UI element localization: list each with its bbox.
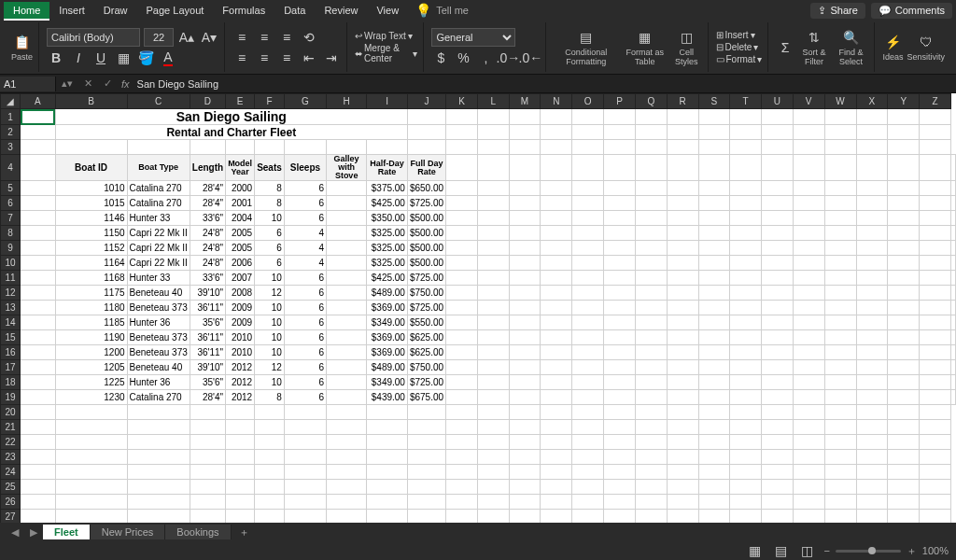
cell[interactable]: $325.00 <box>367 226 408 241</box>
align-center-icon[interactable]: ≡ <box>255 49 274 67</box>
cell[interactable] <box>762 109 794 125</box>
row-header-11[interactable]: 11 <box>1 271 21 286</box>
cell[interactable] <box>604 140 636 155</box>
conditional-formatting-button[interactable]: ▤Conditional Formatting <box>554 28 618 66</box>
cell[interactable]: 6 <box>284 330 326 345</box>
cell[interactable] <box>541 420 572 435</box>
cell[interactable]: 4 <box>284 241 326 256</box>
cell[interactable] <box>55 140 127 155</box>
cell[interactable]: 6 <box>255 256 285 271</box>
cell[interactable]: 2010 <box>226 330 255 345</box>
cell[interactable] <box>327 286 367 301</box>
cell[interactable] <box>21 510 55 524</box>
cell[interactable] <box>824 435 856 450</box>
cell[interactable] <box>888 495 920 510</box>
cell[interactable]: Beneteau 40 <box>127 286 190 301</box>
ribbon-tab-formulas[interactable]: Formulas <box>213 2 274 19</box>
cell[interactable]: Capri 22 Mk II <box>127 226 190 241</box>
align-top-icon[interactable]: ≡ <box>232 28 251 47</box>
cell[interactable] <box>572 140 604 155</box>
cell[interactable]: $750.00 <box>407 360 445 375</box>
col-header-S[interactable]: S <box>698 94 730 109</box>
cell[interactable]: 1200 <box>55 345 127 360</box>
cell[interactable] <box>284 450 326 465</box>
cell[interactable] <box>21 420 55 435</box>
row-header-2[interactable]: 2 <box>1 125 21 140</box>
cell[interactable] <box>635 420 667 435</box>
cell[interactable] <box>888 435 920 450</box>
cell[interactable] <box>190 420 225 435</box>
cell[interactable] <box>55 480 127 495</box>
cell[interactable] <box>477 495 509 510</box>
cell[interactable] <box>509 420 541 435</box>
sheet-tab-bookings[interactable]: Bookings <box>165 525 231 539</box>
font-size-input[interactable] <box>144 28 174 47</box>
cell[interactable] <box>284 140 326 155</box>
cell[interactable]: 2009 <box>226 301 255 315</box>
cell[interactable] <box>477 480 509 495</box>
cell[interactable]: 6 <box>284 181 326 196</box>
cell[interactable] <box>698 109 730 125</box>
cell-styles-button[interactable]: ◫Cell Styles <box>671 28 701 66</box>
col-header-F[interactable]: F <box>255 94 285 109</box>
cell[interactable] <box>127 450 190 465</box>
col-header-T[interactable]: T <box>730 94 762 109</box>
cell[interactable] <box>667 140 698 155</box>
cell[interactable] <box>509 495 541 510</box>
cell[interactable] <box>730 140 762 155</box>
font-name-input[interactable] <box>47 28 140 47</box>
cell[interactable] <box>888 480 920 495</box>
cell[interactable] <box>127 435 190 450</box>
row-header-24[interactable]: 24 <box>1 465 21 480</box>
page-layout-icon[interactable]: ▤ <box>771 541 790 560</box>
fx-icon[interactable]: fx <box>118 78 134 90</box>
cell[interactable]: 2001 <box>226 196 255 211</box>
cell[interactable] <box>604 510 636 524</box>
cell[interactable] <box>698 405 730 420</box>
cell[interactable] <box>327 420 367 435</box>
cell[interactable] <box>824 420 856 435</box>
cell[interactable] <box>762 405 794 420</box>
cell[interactable] <box>920 405 951 420</box>
cell[interactable] <box>793 510 824 524</box>
col-header-sleeps[interactable]: Sleeps <box>284 155 326 181</box>
find-select-button[interactable]: 🔍Find & Select <box>834 28 869 66</box>
cell[interactable]: $349.00 <box>367 375 408 390</box>
cell[interactable] <box>367 450 408 465</box>
ribbon-tab-insert[interactable]: Insert <box>49 2 94 19</box>
cell[interactable] <box>190 435 225 450</box>
cell[interactable]: 2005 <box>226 241 255 256</box>
cell[interactable]: 1164 <box>55 256 127 271</box>
cell[interactable] <box>327 241 367 256</box>
row-header-9[interactable]: 9 <box>1 241 21 256</box>
cell[interactable] <box>920 435 951 450</box>
cell[interactable]: 10 <box>255 375 285 390</box>
cell[interactable]: 4 <box>284 226 326 241</box>
cell[interactable] <box>572 435 604 450</box>
cell[interactable] <box>730 480 762 495</box>
cell[interactable] <box>856 420 888 435</box>
row-header-18[interactable]: 18 <box>1 375 21 390</box>
cell[interactable] <box>635 435 667 450</box>
cell[interactable] <box>446 510 478 524</box>
cell[interactable] <box>446 465 478 480</box>
cell[interactable]: Beneteau 373 <box>127 301 190 315</box>
col-header-R[interactable]: R <box>667 94 698 109</box>
col-header-full-day-rate[interactable]: Full Day Rate <box>407 155 445 181</box>
cell[interactable] <box>284 465 326 480</box>
cell[interactable]: 6 <box>284 271 326 286</box>
cell[interactable] <box>327 480 367 495</box>
cell[interactable]: 1180 <box>55 301 127 315</box>
cell[interactable]: 1185 <box>55 315 127 330</box>
cell[interactable] <box>509 450 541 465</box>
cell[interactable] <box>477 465 509 480</box>
paste-button[interactable]: 📋 Paste <box>11 33 33 62</box>
cell[interactable]: $350.00 <box>367 211 408 226</box>
sensitivity-button[interactable]: 🛡Sensitivity <box>907 33 946 62</box>
cell[interactable] <box>824 465 856 480</box>
cell[interactable] <box>407 109 445 125</box>
number-format-select[interactable]: General <box>431 28 515 47</box>
col-header-half-day-rate[interactable]: Half-Day Rate <box>367 155 408 181</box>
align-bottom-icon[interactable]: ≡ <box>277 28 296 47</box>
cell[interactable]: Catalina 270 <box>127 196 190 211</box>
